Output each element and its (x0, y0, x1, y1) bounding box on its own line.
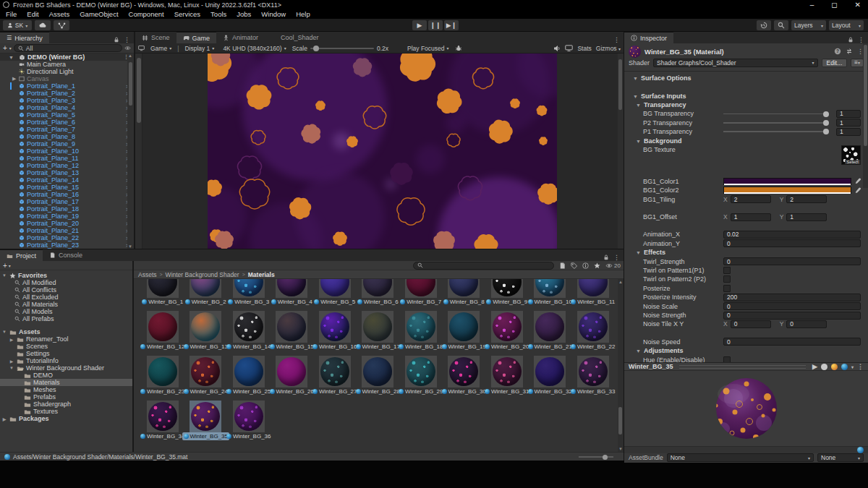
drag-handle[interactable] (679, 365, 806, 369)
layout-dropdown[interactable]: Layout▾ (829, 20, 864, 30)
tree-favorites[interactable]: ▼Favorites (0, 272, 132, 279)
asset-winter_bg_10[interactable]: Winter_BG_10 (529, 279, 572, 311)
y-field[interactable]: 2 (786, 195, 827, 203)
tree-settings[interactable]: Settings (0, 350, 132, 357)
asset-winter_bg_33[interactable]: Winter_BG_33 (571, 356, 615, 401)
menu-component[interactable]: Component (129, 10, 164, 18)
hierarchy-item-portrait-plane-16[interactable]: Portrait_Plane_16> (0, 191, 134, 198)
hierarchy-item-portrait-plane-3[interactable]: Portrait_Plane_3> (0, 97, 134, 104)
tree-assets[interactable]: ▼Assets (0, 328, 132, 335)
asset-winter_bg_35[interactable]: Winter_BG_35 (184, 401, 228, 445)
shader-options-button[interactable]: ≡▾ (851, 59, 864, 67)
mute-audio-icon[interactable] (553, 45, 561, 52)
preview-menu-icon[interactable]: ⋮ (857, 363, 864, 370)
foldout-icon[interactable]: ▼ (9, 366, 14, 370)
account-button[interactable]: SK▾ (3, 20, 32, 30)
scale-slider[interactable] (310, 48, 374, 49)
hierarchy-menu-icon[interactable]: ⋮ (124, 36, 130, 43)
menu-services[interactable]: Services (174, 10, 200, 18)
foldout-icon[interactable]: ▶ (9, 359, 14, 364)
asset-winter_bg_21[interactable]: Winter_BG_21 (529, 311, 572, 356)
property-adjustments[interactable]: ▼Adjustments (624, 346, 868, 355)
hierarchy-item-portrait-plane-23[interactable]: Portrait_Plane_23> (0, 241, 134, 249)
asset-winter_bg_25[interactable]: Winter_BG_25 (227, 356, 271, 401)
asset-winter_bg_4[interactable]: Winter_BG_4 (271, 279, 314, 311)
property-effects[interactable]: ▼Effects (624, 248, 868, 257)
hierarchy-item-directional-light[interactable]: Directional Light (0, 68, 134, 75)
tab-console[interactable]: Console (43, 249, 89, 261)
asset-winter_bg_8[interactable]: Winter_BG_8 (443, 279, 486, 311)
asset-winter_bg_2[interactable]: Winter_BG_2 (184, 279, 228, 311)
value-field[interactable]: 0 (723, 312, 861, 320)
tab-scene[interactable]: Scene (135, 32, 176, 43)
asset-winter_bg_14[interactable]: Winter_BG_14 (227, 311, 271, 356)
eyedropper-icon[interactable] (854, 187, 861, 194)
tree-prefabs[interactable]: Prefabs (0, 393, 132, 401)
asset-winter_bg_13[interactable]: Winter_BG_13 (184, 311, 228, 356)
hierarchy-item-portrait-plane-18[interactable]: Portrait_Plane_18> (0, 205, 134, 213)
asset-winter_bg_36[interactable]: Winter_BG_36 (227, 401, 271, 445)
asset-winter_bg_31[interactable]: Winter_BG_31 (485, 356, 529, 401)
preview-header[interactable]: Winter_BG_35 ▶ ▾ ⋮ (624, 363, 868, 371)
tab-animator[interactable]: Animator (216, 32, 265, 43)
search-filter-icon[interactable] (124, 45, 131, 51)
maximize-on-play-icon[interactable] (138, 45, 145, 51)
maximize-button[interactable]: ◻ (831, 1, 837, 9)
x-field[interactable]: 2 (731, 195, 771, 203)
asset-winter_bg_29[interactable]: Winter_BG_29 (399, 356, 443, 401)
hierarchy-search-input[interactable]: All (14, 44, 122, 52)
value-field[interactable]: 1 (836, 110, 861, 118)
checkbox[interactable] (723, 285, 731, 292)
property-transparency[interactable]: ▼Transparency (624, 100, 868, 109)
foldout-icon[interactable]: ▶ (1, 416, 7, 421)
hierarchy-item-portrait-plane-1[interactable]: Portrait_Plane_1> (0, 82, 134, 90)
hierarchy-item-portrait-plane-9[interactable]: Portrait_Plane_9> (0, 140, 134, 147)
thumbnail-size-slider[interactable] (579, 456, 613, 458)
hierarchy-item-portrait-plane-10[interactable]: Portrait_Plane_10> (0, 147, 134, 155)
tree-all-conflicts[interactable]: All Conflicts (0, 286, 132, 294)
create-dropdown-icon[interactable]: ▾ (9, 263, 11, 268)
slider[interactable] (723, 131, 829, 132)
tab-game[interactable]: Game (176, 32, 217, 43)
asset-winter_bg_27[interactable]: Winter_BG_27 (313, 356, 357, 401)
texture-thumbnail[interactable]: Select (841, 145, 861, 165)
asset-winter_bg_34[interactable]: Winter_BG_34 (141, 401, 184, 445)
tab-inspector[interactable]: Inspector (624, 32, 673, 43)
value-field[interactable]: 0 (723, 257, 861, 265)
tree-all-prefabs[interactable]: All Prefabs (0, 315, 132, 322)
tree-all-materials[interactable]: All Materials (0, 301, 132, 308)
asset-winter_bg_1[interactable]: Winter_BG_1 (141, 279, 184, 311)
lock-icon[interactable] (114, 37, 119, 43)
hierarchy-item-portrait-plane-6[interactable]: Portrait_Plane_6> (0, 119, 134, 126)
tree-meshes[interactable]: Meshes (0, 386, 132, 393)
hierarchy-item-portrait-plane-22[interactable]: Portrait_Plane_22> (0, 234, 134, 241)
asset-winter_bg_26[interactable]: Winter_BG_26 (271, 356, 314, 401)
hidden-packages-toggle[interactable]: 20 (605, 262, 621, 269)
hierarchy-item-portrait-plane-19[interactable]: Portrait_Plane_19> (0, 213, 134, 220)
hierarchy-item-portrait-plane-12[interactable]: Portrait_Plane_12> (0, 162, 134, 169)
lock-icon[interactable] (603, 254, 609, 260)
tree-shadergraph[interactable]: Shadergraph (0, 401, 132, 408)
project-search-input[interactable] (413, 262, 554, 270)
collab-button[interactable] (54, 20, 69, 30)
minimize-button[interactable]: – (810, 1, 814, 9)
hierarchy-item-portrait-plane-8[interactable]: Portrait_Plane_8> (0, 133, 134, 140)
asset-winter_bg_12[interactable]: Winter_BG_12 (141, 311, 184, 356)
tree-demo[interactable]: DEMO (0, 372, 132, 379)
tree-renamer-tool[interactable]: ▶Renamer_Tool (0, 335, 132, 343)
search-by-label-icon[interactable] (571, 262, 577, 269)
asset-winter_bg_5[interactable]: Winter_BG_5 (313, 279, 357, 311)
edit-shader-button[interactable]: Edit... (822, 59, 848, 67)
checkbox[interactable] (723, 275, 731, 283)
close-button[interactable]: ✕ (855, 1, 861, 9)
tab-hierarchy[interactable]: ☰Hierarchy (0, 32, 49, 43)
asset-winter_bg_30[interactable]: Winter_BG_30 (443, 356, 486, 401)
checkbox[interactable] (723, 356, 731, 362)
create-asset-button[interactable]: + (3, 262, 7, 270)
asset-winter_bg_7[interactable]: Winter_BG_7 (399, 279, 443, 311)
add-dropdown-icon[interactable]: ▾ (9, 46, 12, 51)
slider[interactable] (723, 114, 829, 115)
hierarchy-item-portrait-plane-20[interactable]: Portrait_Plane_20> (0, 220, 134, 227)
stats-toggle[interactable]: Stats (577, 45, 591, 52)
cloud-button[interactable] (35, 20, 51, 30)
